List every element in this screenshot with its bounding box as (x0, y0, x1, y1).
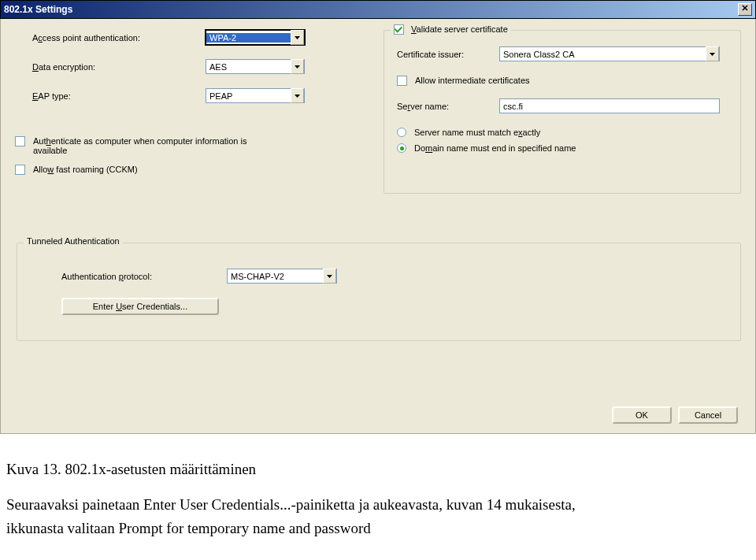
tunneled-auth-groupbox: Tunneled Authentication Authentication p… (17, 243, 741, 341)
access-point-auth-label: Access point authentication: (32, 33, 206, 43)
enter-user-credentials-button[interactable]: Enter User Credentials... (61, 298, 219, 315)
allow-intermediate-label: Allow intermediate certificates (415, 76, 530, 85)
auth-protocol-value: MS-CHAP-V2 (228, 272, 323, 281)
tunneled-auth-legend: Tunneled Authentication (24, 236, 123, 246)
access-point-auth-value: WPA-2 (206, 33, 291, 43)
server-name-input[interactable] (499, 98, 720, 113)
allow-intermediate-checkbox[interactable] (397, 76, 407, 86)
chevron-down-icon (291, 30, 304, 45)
auth-protocol-label: Authentication protocol: (61, 272, 227, 281)
dialog-body: Access point authentication: WPA-2 Data … (0, 19, 756, 434)
caption-area: Kuva 13. 802.1x-asetusten määrittäminen … (0, 434, 756, 540)
auth-as-computer-label: Authenticate as computer when computer i… (33, 136, 246, 155)
caption-line-1: Seuraavaksi painetaan Enter User Credent… (6, 493, 750, 516)
data-encryption-label: Data encryption: (32, 62, 206, 72)
caption-line-2: ikkunasta valitaan Prompt for temporary … (6, 517, 750, 540)
auth-protocol-dropdown[interactable]: MS-CHAP-V2 (227, 269, 337, 284)
data-encryption-dropdown[interactable]: AES (206, 59, 305, 74)
allow-fast-roaming-label: Allow fast roaming (CCKM) (33, 165, 138, 174)
cert-issuer-value: Sonera Class2 CA (500, 50, 706, 59)
eap-type-value: PEAP (206, 91, 291, 101)
cancel-button[interactable]: Cancel (678, 406, 738, 424)
window-title: 802.1x Settings (4, 1, 72, 18)
chevron-down-icon (291, 88, 304, 103)
auth-as-computer-checkbox[interactable] (15, 136, 25, 146)
eap-type-label: EAP type: (32, 91, 206, 101)
access-point-auth-dropdown[interactable]: WPA-2 (206, 30, 305, 45)
certificate-groupbox: Validate server certificate Certificate … (384, 30, 741, 194)
match-exactly-radio[interactable] (397, 128, 406, 137)
cert-issuer-dropdown[interactable]: Sonera Class2 CA (499, 46, 720, 61)
dialog-buttons: OK Cancel (612, 406, 738, 424)
validate-cert-label: Validate server certificate (411, 24, 508, 34)
server-name-label: Server name: (397, 102, 499, 111)
end-specified-radio[interactable] (397, 143, 406, 153)
validate-cert-checkbox[interactable] (394, 24, 404, 35)
end-specified-label: Domain name must end in specified name (414, 143, 576, 153)
caption-title: Kuva 13. 802.1x-asetusten määrittäminen (6, 458, 750, 480)
close-button[interactable] (738, 3, 752, 16)
cert-issuer-label: Certificate issuer: (397, 50, 499, 59)
ok-button[interactable]: OK (612, 406, 672, 424)
chevron-down-icon (323, 269, 336, 284)
allow-fast-roaming-checkbox[interactable] (15, 165, 25, 175)
chevron-down-icon (291, 59, 304, 74)
chevron-down-icon (706, 46, 719, 61)
close-icon (742, 5, 748, 11)
match-exactly-label: Server name must match exactly (414, 128, 540, 137)
eap-type-dropdown[interactable]: PEAP (206, 88, 305, 103)
validate-cert-legend: Validate server certificate (391, 24, 511, 35)
data-encryption-value: AES (206, 62, 291, 72)
left-column: Access point authentication: WPA-2 Data … (32, 30, 371, 184)
titlebar: 802.1x Settings (0, 0, 756, 19)
